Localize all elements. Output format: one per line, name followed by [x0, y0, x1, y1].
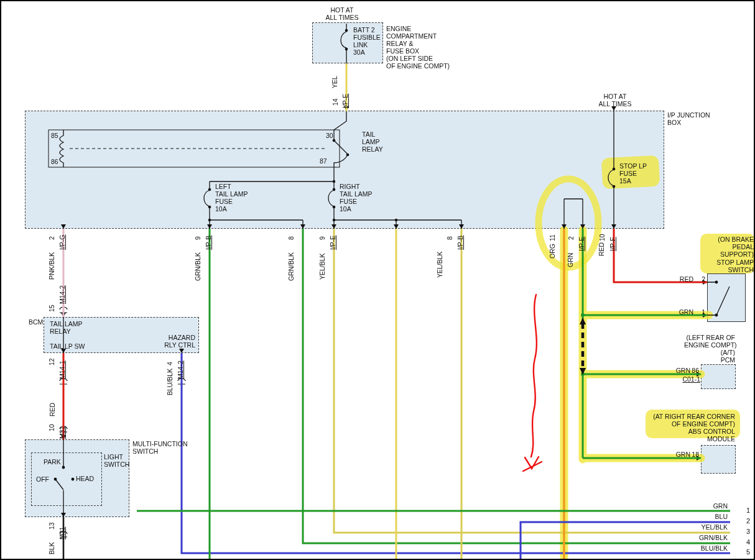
exit8-connector: I/P-F [609, 237, 616, 251]
label-line: PCM [684, 356, 735, 364]
wire-blu-blk [182, 353, 730, 553]
wire-red-stop [614, 229, 707, 282]
wire-grn-blk-mid [303, 229, 730, 543]
bottom-wire-1-number: 1 [746, 507, 750, 514]
pcm-connector: C01-1 [677, 375, 700, 383]
exit7-pin: 2 [567, 236, 575, 240]
bottom-wire-2-label: BLU [685, 513, 728, 520]
exit1-connector: I/P-G [58, 234, 66, 250]
label-line: STOP LAMP [699, 259, 754, 266]
exit4-pin: 9 [318, 236, 326, 240]
bcm-in-connector: M14-2 [58, 285, 66, 304]
bcm-out2-connector: M14-2 [177, 360, 184, 379]
label-line: HOT AT [590, 93, 640, 100]
junction-box-label-1: I/P JUNCTION [667, 111, 710, 119]
bcm-relay-line1: TAIL LAMP [50, 320, 83, 328]
label-line: HOT AT [317, 6, 367, 14]
bottom-wire-3-number: 3 [746, 528, 750, 535]
stop-switch-location-label: (ON BRAKE PEDAL SUPPORT) [699, 236, 754, 258]
right-fuse-l4: 10A [340, 205, 351, 213]
exit1-pin: 2 [48, 236, 55, 240]
label-line: ENGINE [386, 25, 450, 32]
bottom-wire-5-number: 5 [746, 548, 750, 556]
label-line: ABS CONTROL [641, 428, 735, 435]
mfs-in-connector: M31 [58, 426, 66, 439]
fuse-30a-label: 30A [353, 48, 365, 56]
hot-at-all-times-right: HOT AT ALL TIMES [590, 93, 640, 108]
label-line: FUSE BOX [386, 47, 450, 55]
relay-name-2: LAMP [362, 138, 380, 145]
exit6-pin: 11 [549, 234, 556, 241]
relay-name-1: TAIL [362, 131, 375, 138]
bcm-in-pin: 15 [48, 305, 55, 312]
exit2-wire-color: GRN/BLK [194, 252, 201, 281]
bcm-out1-wire-color: RED [49, 403, 56, 416]
bcm-hazard-line1: HAZARD [157, 334, 195, 341]
pcm-pin: 86 [688, 367, 699, 374]
label-line: ALL TIMES [317, 14, 367, 21]
bottom-wire-1-label: GRN [685, 502, 728, 510]
label-line: OF ENGINE COMPT) [386, 62, 450, 70]
label-line: OF ENGINE COMPT) [641, 420, 735, 428]
relay-pin-86: 86 [51, 158, 58, 165]
bottom-wire-5-label: BLU/BLK [685, 544, 728, 552]
label-line: COMPARTMENT [386, 32, 450, 40]
relay-pin-30: 30 [326, 132, 333, 139]
park-label: PARK [44, 458, 61, 466]
left-fuse-l1: LEFT [215, 183, 231, 190]
exit5-pin: 8 [446, 236, 453, 240]
right-fuse-l3: FUSE [340, 198, 357, 205]
pcm-label-block: (LEFT REAR OF ENGINE COMPT) (A/T) PCM [684, 334, 735, 364]
light-switch-label-1: LIGHT [104, 453, 123, 461]
label-line: (A/T) [684, 349, 735, 356]
ip-e-top-connector-label: I/P-E [341, 94, 349, 108]
right-fuse-l2: TAIL LAMP [340, 190, 373, 198]
label-line: RELAY & [386, 40, 450, 47]
left-fuse-l2: TAIL LAMP [215, 190, 248, 198]
exit3-wire-color: GRN/BLK [287, 252, 295, 281]
bottom-wire-4-number: 4 [746, 538, 750, 546]
label-line: ENGINE COMPT) [684, 341, 735, 349]
label-line: PEDAL [699, 243, 754, 250]
exit8-wire-color: RED [598, 242, 605, 256]
bcm-out2-wire-color: BLU/BLK [166, 369, 174, 395]
label-line: ALL TIMES [590, 100, 640, 108]
mfs-in-pin: 10 [48, 424, 55, 431]
mfs-out-connector: M31 [58, 527, 66, 539]
bottom-wire-3-label: YEL/BLK [685, 523, 728, 531]
green-wire-junction-dots [581, 313, 585, 376]
exit6-wire-color: ORG [549, 244, 556, 259]
bcm-hazard-line2: RLY CTRL [157, 341, 195, 349]
junction-box-label-2: BOX [667, 119, 681, 126]
pcm-box [701, 364, 736, 389]
stop-switch-name-label: STOP LAMP SWITCH [699, 259, 754, 273]
stop-fuse-l3: 15A [619, 177, 631, 185]
label-line: SUPPORT) [699, 250, 754, 258]
bcm-tail-lp-sw: TAIL LP SW [50, 342, 85, 350]
exit2-pin: 9 [194, 236, 201, 240]
relay-pin-87: 87 [320, 157, 327, 165]
bottom-wire-4-label: GRN/BLK [685, 534, 728, 541]
label-line: (AT RIGHT REAR CORNER [641, 413, 735, 420]
engine-box-label: ENGINE COMPARTMENT RELAY & FUSE BOX (ON … [386, 25, 450, 70]
stop-fuse-l2: FUSE [619, 170, 637, 177]
fusible-label: FUSIBLE [353, 34, 381, 41]
link-label: LINK [353, 41, 368, 48]
stop-fuse-l1: STOP LP [619, 162, 647, 170]
stop-switch-red-pin: 2 [697, 275, 705, 283]
exit2-connector: I/P-B [205, 236, 212, 250]
label-line: (LEFT REAR OF [684, 334, 735, 341]
mfs-out-pin: 13 [48, 522, 55, 530]
hot-at-all-times-top: HOT AT ALL TIMES [317, 6, 367, 21]
exit4-connector: I/P-E [329, 236, 336, 250]
exit4-wire-color: YEL/BLK [318, 253, 326, 280]
stop-switch-grn-wire-label: GRN [675, 308, 693, 316]
yel-wire-label: YEL [331, 76, 338, 88]
relay-pin-85: 85 [51, 132, 58, 139]
off-label: OFF [36, 475, 49, 483]
abs-pin: 18 [688, 451, 699, 458]
wire-yel-blk-left [334, 229, 730, 533]
exit3-pin: 8 [287, 236, 295, 240]
light-switch-label-2: SWITCH [104, 461, 129, 468]
exit1-wire-color: PNK/BLK [48, 252, 55, 280]
